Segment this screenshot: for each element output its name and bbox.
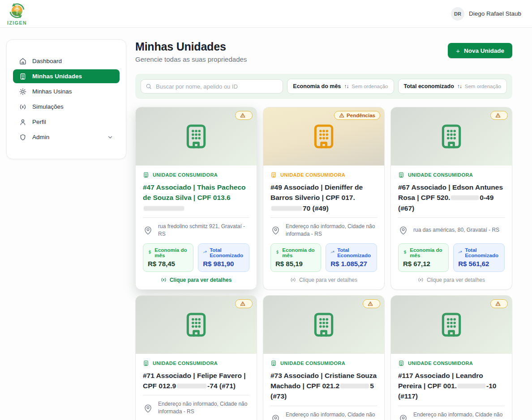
- new-unit-button[interactable]: + Nova Unidade: [448, 43, 512, 58]
- search-icon: [146, 83, 152, 89]
- izigen-logo-icon: [8, 2, 26, 20]
- building-icon: [143, 172, 149, 178]
- pending-badge: [235, 111, 253, 120]
- unit-card[interactable]: UNIDADE CONSUMIDORA #47 Associado | Thai…: [135, 107, 257, 290]
- building-icon: [309, 310, 338, 339]
- warning-icon: [339, 113, 344, 118]
- sidebar-item-simula-es[interactable]: Simulações: [13, 100, 120, 114]
- monthly-savings-value: R$ 85,19: [275, 260, 316, 267]
- map-pin-icon: [398, 225, 408, 235]
- unit-title: #71 Associado | Felipe Favero | CPF 012.…: [143, 370, 249, 391]
- radio-icon: [161, 277, 167, 283]
- building-icon: [309, 122, 338, 151]
- monthly-savings-stat: Economia do mês R$ 67,12: [398, 243, 449, 272]
- building-icon: [270, 172, 277, 178]
- unit-title: #47 Associado | Thais Pacheco de Souza S…: [143, 182, 249, 213]
- pending-badge: [235, 299, 253, 308]
- sidebar-item-minhas-unidades[interactable]: Minhas Unidades: [13, 69, 120, 83]
- total-savings-value: R$ 981,90: [203, 260, 245, 267]
- top-header: IZIGEN DR Diego Rafael Staub: [0, 0, 532, 28]
- building-icon: [270, 360, 277, 366]
- sidebar-item-admin[interactable]: Admin: [13, 130, 120, 144]
- view-details-link[interactable]: Clique para ver detalhes: [398, 277, 505, 284]
- redacted-cpf: [340, 384, 369, 388]
- pending-badge: Pendências: [334, 111, 380, 120]
- pending-badge: [490, 299, 508, 308]
- radio-icon: [290, 277, 296, 283]
- search-input[interactable]: [141, 79, 283, 93]
- redacted-cpf: [144, 206, 184, 211]
- view-details-link[interactable]: Clique para ver detalhes: [270, 277, 377, 284]
- units-grid: UNIDADE CONSUMIDORA #47 Associado | Thai…: [135, 107, 512, 420]
- total-savings-stat: Total Economizado R$ 981,90: [198, 243, 249, 272]
- unit-title: #73 Associado | Cristiane Souza Machado …: [270, 370, 377, 402]
- unit-card[interactable]: UNIDADE CONSUMIDORA #73 Associado | Cris…: [263, 295, 385, 420]
- trending-up-icon: [203, 250, 207, 255]
- pending-badge: [490, 111, 508, 120]
- building-icon: [182, 310, 210, 339]
- sidebar-item-minhas-usinas[interactable]: Minhas Usinas: [13, 85, 120, 98]
- user-name: Diego Rafael Staub: [469, 10, 521, 17]
- unit-type-label: UNIDADE CONSUMIDORA: [398, 172, 505, 178]
- unit-card[interactable]: Pendências UNIDADE CONSUMIDORA #49 Assoc…: [263, 107, 385, 290]
- plus-icon: +: [456, 47, 460, 55]
- map-pin-icon: [143, 225, 153, 235]
- unit-type-label: UNIDADE CONSUMIDORA: [270, 360, 377, 366]
- unit-card[interactable]: UNIDADE CONSUMIDORA #117 Associado | Lea…: [390, 295, 512, 420]
- unit-card-media: [391, 296, 512, 354]
- building-icon: [437, 122, 466, 151]
- sidebar-item-dashboard[interactable]: Dashboard: [13, 54, 120, 68]
- total-savings-value: R$ 561,62: [458, 260, 500, 267]
- sort-monthly-savings-button[interactable]: Economia do mês ↑↓ Sem ordenação: [287, 79, 394, 94]
- radio-icon: [418, 277, 424, 283]
- building-icon: [182, 122, 210, 151]
- page-subtitle: Gerencie todas as suas propriedades: [135, 55, 247, 63]
- dollar-icon: [148, 250, 152, 255]
- trending-up-icon: [458, 250, 462, 255]
- user-icon: [19, 119, 26, 126]
- monthly-savings-stat: Economia do mês R$ 85,19: [270, 243, 321, 272]
- sort-total-saved-button[interactable]: Total economizado ↑↓ Sem ordenação: [398, 79, 507, 94]
- dollar-icon: [275, 250, 279, 255]
- unit-title: #67 Associado | Edson Antunes Rosa | CPF…: [398, 182, 505, 213]
- monthly-savings-value: R$ 67,12: [403, 260, 444, 267]
- unit-address: Endereço não informado, Cidade não infor…: [413, 411, 505, 420]
- divider: [143, 395, 249, 395]
- divider: [143, 217, 249, 218]
- unit-type-label: UNIDADE CONSUMIDORA: [143, 172, 249, 178]
- trending-up-icon: [330, 250, 335, 255]
- redacted-cpf: [177, 384, 206, 388]
- chevron-down-icon: [107, 134, 113, 140]
- warning-icon: [368, 301, 373, 306]
- divider: [398, 406, 505, 406]
- pending-badge: [363, 299, 380, 308]
- home-icon: [19, 58, 26, 65]
- redacted-cpf: [271, 206, 302, 211]
- sidebar-item-perfil[interactable]: Perfil: [13, 115, 120, 129]
- building-icon: [398, 360, 404, 366]
- map-pin-icon: [143, 403, 153, 413]
- sort-arrows-icon: ↑↓: [344, 83, 348, 89]
- total-savings-value: R$ 1.085,27: [330, 260, 372, 267]
- unit-card-media: [136, 107, 257, 165]
- unit-card[interactable]: UNIDADE CONSUMIDORA #67 Associado | Edso…: [390, 107, 512, 290]
- unit-type-label: UNIDADE CONSUMIDORA: [143, 360, 249, 366]
- total-savings-stat: Total Economizado R$ 561,62: [453, 243, 505, 272]
- unit-card-media: [136, 296, 257, 354]
- brand-name: IZIGEN: [7, 20, 27, 25]
- app-logo: IZIGEN: [7, 2, 27, 25]
- user-menu[interactable]: DR Diego Rafael Staub: [451, 7, 521, 21]
- radio-icon: [19, 103, 26, 110]
- warning-icon: [240, 301, 245, 306]
- divider: [398, 217, 505, 218]
- unit-title: #117 Associado | Leandro Pereira | CPF 0…: [398, 370, 505, 402]
- divider: [270, 217, 377, 218]
- redacted-cpf: [451, 195, 479, 200]
- page-title: Minhas Unidades: [135, 40, 247, 53]
- unit-address: rua das américas, 80, Gravataí - RS: [413, 226, 499, 234]
- unit-card-media: [391, 107, 512, 165]
- unit-type-label: UNIDADE CONSUMIDORA: [270, 172, 377, 178]
- view-details-link[interactable]: Clique para ver detalhes: [143, 277, 249, 284]
- unit-card[interactable]: UNIDADE CONSUMIDORA #71 Associado | Feli…: [135, 295, 257, 420]
- warning-icon: [495, 113, 501, 118]
